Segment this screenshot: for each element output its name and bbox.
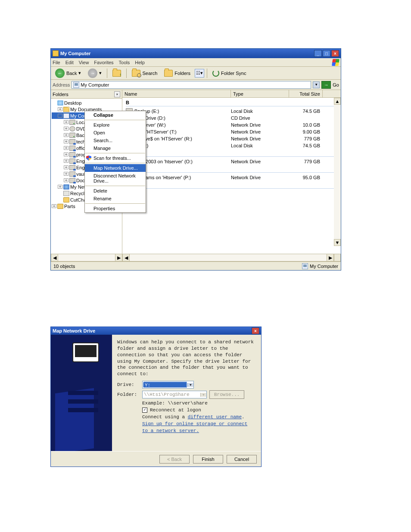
context-item[interactable]: Collapse xyxy=(85,111,146,119)
column-name[interactable]: Name xyxy=(122,90,231,97)
folder-sync-button[interactable]: Folder Sync xyxy=(210,69,249,78)
cancel-button[interactable]: Cancel xyxy=(227,455,257,464)
context-item[interactable]: Open xyxy=(85,129,146,137)
dvd-icon xyxy=(69,126,75,131)
chevron-down-icon: ▼ xyxy=(200,393,206,397)
menu-separator xyxy=(85,203,145,204)
reconnect-checkbox[interactable] xyxy=(142,408,147,413)
menu-file[interactable]: File xyxy=(53,60,60,65)
list-hscroll[interactable]: ◀ ▶ xyxy=(122,254,334,261)
up-button[interactable] xyxy=(110,69,124,78)
example-text: Example: \\server\share xyxy=(142,401,208,406)
group-header: P xyxy=(122,165,341,174)
context-item[interactable]: Manage xyxy=(85,144,146,152)
shield-icon xyxy=(86,156,91,161)
recycle-bin-icon xyxy=(63,191,69,196)
forward-icon: → xyxy=(88,68,97,78)
dialog-title: Map Network Drive xyxy=(53,328,252,333)
group-header: B xyxy=(122,99,341,108)
signup-link[interactable]: Sign up for online storage or connect xyxy=(142,421,247,426)
context-menu: CollapseExploreOpenSearch...ManageScan f… xyxy=(84,111,146,213)
scroll-right-icon[interactable]: ▶ xyxy=(115,254,122,261)
vertical-scrollbar[interactable]: ▲ ▼ xyxy=(334,98,341,246)
context-item[interactable]: Properties xyxy=(85,205,146,212)
maximize-button[interactable]: □ xyxy=(323,50,330,57)
group-header: T xyxy=(122,181,341,190)
tree-hscroll[interactable]: ◀ ▶ xyxy=(51,254,122,261)
minimize-button[interactable]: _ xyxy=(314,50,322,57)
signup-link-2[interactable]: to a network server. xyxy=(142,428,199,433)
context-item[interactable]: Search... xyxy=(85,137,146,144)
scroll-left-icon[interactable]: ◀ xyxy=(123,254,130,261)
drv-icon xyxy=(69,120,75,125)
dialog-titlebar[interactable]: Map Network Drive × xyxy=(51,327,261,335)
desktop-icon xyxy=(57,100,63,106)
go-button[interactable]: → xyxy=(321,81,331,89)
dialog-form: Windows can help you connect to a shared… xyxy=(112,335,261,451)
menu-view[interactable]: View xyxy=(79,60,89,65)
panes: Folders × Desktop+My Documents-My Comput… xyxy=(51,90,341,254)
finish-button[interactable]: Finish xyxy=(193,455,223,464)
tree-desktop[interactable]: Desktop xyxy=(52,100,121,106)
address-label: Address xyxy=(53,82,70,87)
address-dropdown-button[interactable]: ▼ xyxy=(313,81,320,88)
separator xyxy=(207,68,207,78)
drive-dropdown[interactable]: Y: ▼ xyxy=(142,381,194,389)
address-field[interactable]: My Computer xyxy=(72,81,311,89)
list-item[interactable]: office2003 on 'htserver' (O:)Network Dri… xyxy=(122,158,341,165)
list-item[interactable]: m on 'HTServer' (T:)Network Drive9.00 GB xyxy=(122,128,341,135)
context-item[interactable]: Rename xyxy=(85,195,146,202)
back-button[interactable]: < Back xyxy=(159,455,190,464)
reconnect-label: Reconnect at logon xyxy=(150,408,201,413)
menu-separator xyxy=(85,163,145,163)
list-item[interactable]: programs on 'Htserver' (P:)Network Drive… xyxy=(122,174,341,181)
scroll-right-icon[interactable]: ▶ xyxy=(327,254,333,261)
list-item[interactable]: HTServer' (W:)Network Drive10.0 GB xyxy=(122,121,341,128)
list-item[interactable]: sk (C:)Local Disk74.5 GB xyxy=(122,142,341,149)
list-item[interactable]: -RW Drive (D:)CD Drive xyxy=(122,115,341,121)
titlebar[interactable]: My Computer _ □ × xyxy=(51,49,341,58)
status-bar: 10 objects My Computer xyxy=(51,261,341,270)
views-button[interactable]: ☷▾ xyxy=(195,69,204,78)
scroll-corner xyxy=(334,254,341,261)
menu-separator xyxy=(85,120,145,120)
my-computer-icon xyxy=(302,263,308,269)
different-user-link[interactable]: different user name xyxy=(188,414,242,420)
list-item[interactable]: Backup (E:)Local Disk74.5 GB xyxy=(122,108,341,115)
search-button[interactable]: Search xyxy=(129,69,160,78)
scroll-down-icon[interactable]: ▼ xyxy=(334,239,341,246)
list-item[interactable]: Archive$ on 'HTServer' (R:)Network Drive… xyxy=(122,135,341,142)
folder-combobox[interactable]: \\Hts1\ProgShare ▼ xyxy=(142,391,207,398)
menu-favorites[interactable]: Favorites xyxy=(94,60,113,65)
scroll-left-icon[interactable]: ◀ xyxy=(51,254,58,261)
file-list[interactable]: BBackup (E:)Local Disk74.5 GB-RW Drive (… xyxy=(122,98,341,191)
dialog-footer: < Back Finish Cancel xyxy=(51,451,261,467)
drv-icon xyxy=(69,133,75,138)
close-pane-button[interactable]: × xyxy=(114,91,120,97)
back-button[interactable]: ← Back ▾ xyxy=(53,68,84,79)
context-item[interactable]: Map Network Drive... xyxy=(85,164,146,172)
browse-button[interactable]: Browse... xyxy=(209,390,244,399)
status-location: My Computer xyxy=(302,263,338,269)
menu-edit[interactable]: Edit xyxy=(65,60,74,65)
forward-button[interactable]: → ▾ xyxy=(85,68,104,79)
window-title: My Computer xyxy=(60,51,314,56)
dialog-close-button[interactable]: × xyxy=(252,327,259,334)
menu-tools[interactable]: Tools xyxy=(119,60,130,65)
column-size[interactable]: Total Size xyxy=(289,90,323,97)
context-item[interactable]: Delete xyxy=(85,187,146,195)
chevron-down-icon: ▾ xyxy=(78,70,81,76)
context-item[interactable]: Disconnect Network Drive... xyxy=(85,172,146,185)
documents-icon xyxy=(63,107,69,112)
address-bar: Address My Computer ▼ → Go xyxy=(51,80,341,90)
folders-button[interactable]: Folders xyxy=(162,69,193,78)
context-item[interactable]: Scan for threats... xyxy=(85,154,146,162)
close-button[interactable]: × xyxy=(331,50,339,57)
menu-help[interactable]: Help xyxy=(135,60,145,65)
status-objects: 10 objects xyxy=(53,264,302,269)
context-item[interactable]: Explore xyxy=(85,121,146,129)
net-icon xyxy=(69,152,75,157)
scroll-up-icon[interactable]: ▲ xyxy=(334,98,341,105)
menubar: File Edit View Favorites Tools Help xyxy=(51,58,341,67)
column-type[interactable]: Type xyxy=(231,90,289,97)
